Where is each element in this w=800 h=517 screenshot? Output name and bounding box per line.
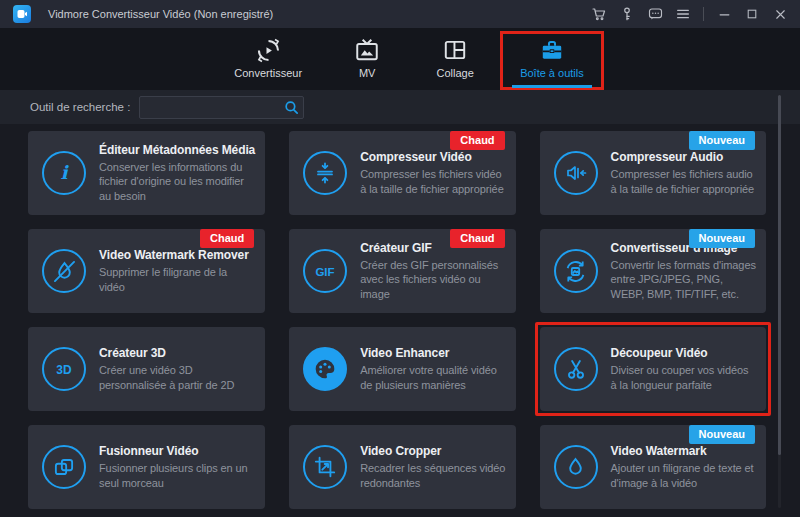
titlebar-actions (585, 2, 794, 26)
tool-description: Compresser les fichiers audio à la taill… (611, 167, 756, 196)
tab-label: MV (359, 67, 376, 79)
search-icon[interactable] (282, 99, 300, 117)
tool-card-gif-maker[interactable]: GIF Créateur GIF Créer des GIF personnal… (289, 229, 515, 313)
svg-text:GIF: GIF (316, 266, 335, 278)
tool-title: Video Cropper (360, 444, 505, 458)
tool-card-video-trimmer[interactable]: Découpeur Vidéo Diviser ou couper vos vi… (540, 327, 766, 411)
tool-card-text: Video Watermark Remover Supprimer le fil… (99, 248, 255, 294)
maximize-icon[interactable] (738, 2, 766, 26)
tab-convertisseur[interactable]: Convertisseur (220, 28, 316, 90)
tool-description: Ajouter un filigrane de texte et d'image… (611, 461, 756, 490)
badge-new: Nouveau (689, 425, 755, 444)
mv-icon (354, 36, 380, 64)
key-icon[interactable] (613, 2, 641, 26)
tool-card-video-enhancer[interactable]: Video Enhancer Améliorer votre qualité v… (289, 327, 515, 411)
tab-label: Boîte à outils (520, 67, 584, 79)
close-icon[interactable] (766, 2, 794, 26)
tool-description: Compresser les fichiers vidéo à la taill… (360, 167, 505, 196)
tool-card-3d-maker[interactable]: 3D Créateur 3D Créer une vidéo 3D person… (28, 327, 265, 411)
tool-description: Améliorer votre qualité vidéo de plusieu… (360, 363, 505, 392)
tool-title: Découpeur Vidéo (611, 346, 756, 360)
tool-title: Video Watermark Remover (99, 248, 255, 262)
tool-card-metadata-editor[interactable]: i Éditeur Métadonnées Média Conserver le… (28, 131, 265, 215)
tool-card-video-compressor[interactable]: Compresseur Vidéo Compresser les fichier… (289, 131, 515, 215)
tool-description: Créer une vidéo 3D personnalisée à parti… (99, 363, 255, 392)
image-converter-icon (554, 249, 598, 293)
scrollbar[interactable] (778, 94, 781, 508)
titlebar-separator (703, 7, 704, 21)
tool-description: Diviser ou couper vos vidéos à la longue… (611, 363, 756, 392)
search-label: Outil de recherche : (30, 101, 130, 113)
svg-text:3D: 3D (56, 363, 72, 377)
tool-card-text: Créateur GIF Créer des GIF personnalisés… (360, 241, 505, 302)
tool-card-text: Video Watermark Ajouter un filigrane de … (611, 444, 756, 490)
search-input[interactable] (139, 96, 304, 119)
svg-text:i: i (61, 162, 70, 183)
tool-title: Créateur 3D (99, 346, 255, 360)
feedback-icon[interactable] (641, 2, 669, 26)
badge-new: Nouveau (689, 229, 755, 248)
badge-hot: Chaud (450, 131, 504, 150)
tool-title: Compresseur Vidéo (360, 150, 505, 164)
nav-tabs: Convertisseur MV Collage Boîte à outils (0, 28, 800, 90)
cart-icon[interactable] (585, 2, 613, 26)
tool-card-text: Video Enhancer Améliorer votre qualité v… (360, 346, 505, 392)
tool-card-watermark-remover[interactable]: Video Watermark Remover Supprimer le fil… (28, 229, 265, 313)
tool-card-text: Video Cropper Recadrer les séquences vid… (360, 444, 505, 490)
minimize-icon[interactable] (710, 2, 738, 26)
tool-description: Recadrer les séquences vidéo redondantes (360, 461, 505, 490)
tool-title: Video Watermark (611, 444, 756, 458)
compress-icon (303, 151, 347, 195)
window-title: Vidmore Convertisseur Vidéo (Non enregis… (48, 8, 273, 20)
enhancer-icon (303, 347, 347, 391)
tool-card-text: Compresseur Audio Compresser les fichier… (611, 150, 756, 196)
tool-card-text: Fusionneur Vidéo Fusionner plusieurs cli… (99, 444, 255, 490)
badge-hot: Chaud (200, 229, 254, 248)
drop-icon (554, 445, 598, 489)
tool-description: Conserver les informations du fichier d'… (99, 160, 255, 204)
tab-label: Collage (436, 67, 473, 79)
badge-new: Nouveau (689, 131, 755, 150)
toolbox-icon (538, 36, 566, 64)
tool-description: Fusionner plusieurs clips en un seul mor… (99, 461, 255, 490)
tool-title: Video Enhancer (360, 346, 505, 360)
tool-title: Fusionneur Vidéo (99, 444, 255, 458)
tab-collage[interactable]: Collage (418, 28, 492, 90)
crop-icon (303, 445, 347, 489)
gif-icon: GIF (303, 249, 347, 293)
tool-card-text: Créateur 3D Créer une vidéo 3D personnal… (99, 346, 255, 392)
tool-description: Créer des GIF personnalisés avec les fic… (360, 258, 505, 302)
tab-mv[interactable]: MV (330, 28, 404, 90)
converter-icon (255, 36, 282, 64)
merge-icon (42, 445, 86, 489)
tool-card-text: Convertisseur d'Image Convertir les form… (611, 241, 756, 302)
tool-card-image-converter[interactable]: Convertisseur d'Image Convertir les form… (540, 229, 766, 313)
audio-compress-icon (554, 151, 598, 195)
tool-card-video-watermark[interactable]: Video Watermark Ajouter un filigrane de … (540, 425, 766, 509)
tool-card-text: Compresseur Vidéo Compresser les fichier… (360, 150, 505, 196)
tool-title: Éditeur Métadonnées Média (99, 143, 255, 157)
tool-description: Supprimer le filigrane de la vidéo (99, 265, 255, 294)
tool-card-audio-compressor[interactable]: Compresseur Audio Compresser les fichier… (540, 131, 766, 215)
tool-description: Convertir les formats d'images entre JPG… (611, 258, 756, 302)
info-icon: i (42, 151, 86, 195)
titlebar: Vidmore Convertisseur Vidéo (Non enregis… (0, 0, 800, 28)
vidmore-logo-icon (13, 5, 31, 23)
menu-icon[interactable] (669, 2, 697, 26)
search-band: Outil de recherche : (0, 90, 800, 124)
toolbox-panel: i Éditeur Métadonnées Média Conserver le… (0, 124, 800, 517)
tool-title: Compresseur Audio (611, 150, 756, 164)
scrollbar-thumb[interactable] (778, 95, 781, 455)
badge-hot: Chaud (450, 229, 504, 248)
three-d-icon: 3D (42, 347, 86, 391)
watermark-remove-icon (42, 249, 86, 293)
collage-icon (442, 36, 468, 64)
tool-card-video-merger[interactable]: Fusionneur Vidéo Fusionner plusieurs cli… (28, 425, 265, 509)
search-box (139, 96, 304, 119)
tool-card-text: Découpeur Vidéo Diviser ou couper vos vi… (611, 346, 756, 392)
tool-card-video-cropper[interactable]: Video Cropper Recadrer les séquences vid… (289, 425, 515, 509)
scissors-icon (554, 347, 598, 391)
tools-grid: i Éditeur Métadonnées Média Conserver le… (28, 131, 766, 509)
tool-card-text: Éditeur Métadonnées Média Conserver les … (99, 143, 255, 204)
tab-boite-a-outils[interactable]: Boîte à outils (506, 28, 598, 90)
